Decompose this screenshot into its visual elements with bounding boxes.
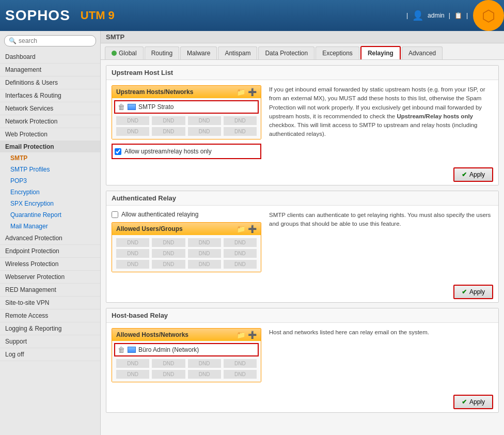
dnd-cell-2: DND — [152, 116, 185, 125]
sidebar-item-dashboard[interactable]: Dashboard — [0, 51, 100, 64]
delete-buro-admin[interactable]: 🗑 — [118, 346, 125, 354]
sidebar-item-web-protection[interactable]: Web Protection — [0, 128, 100, 141]
apply-check-icon2: ✔ — [462, 288, 467, 296]
host-dnd-row-2: DND DND DND DND — [114, 369, 259, 380]
tab-global-label: Global — [119, 50, 137, 57]
tab-malware[interactable]: Malware — [180, 46, 217, 59]
sidebar-item-logging-reporting[interactable]: Logging & Reporting — [0, 322, 100, 335]
auth-relay-body: Allow authenticated relaying Allowed Use… — [106, 206, 498, 282]
smtp-strato-label: SMTP Strato — [138, 103, 174, 111]
tab-data-protection[interactable]: Data Protection — [258, 46, 314, 59]
auth-dnd-11: DND — [188, 260, 221, 269]
sidebar: 🔍 Dashboard Management Definitions & Use… — [0, 31, 101, 435]
allowed-hosts-body: 🗑 Büro Admin (Network) DND DND DND DND — [112, 341, 261, 382]
sidebar-item-pop3[interactable]: POP3 — [0, 175, 100, 187]
sidebar-item-site-to-site-vpn[interactable]: Site-to-site VPN — [0, 297, 100, 309]
tab-routing[interactable]: Routing — [145, 46, 179, 59]
sidebar-item-spx-encryption[interactable]: SPX Encryption — [0, 198, 100, 209]
sidebar-item-webserver-protection[interactable]: Webserver Protection — [0, 271, 100, 284]
tabs-bar: Global Routing Malware Antispam Data Pro… — [101, 43, 504, 60]
auth-relay-apply-label: Apply — [469, 288, 485, 296]
sidebar-item-endpoint-protection[interactable]: Endpoint Protection — [0, 245, 100, 258]
search-box[interactable]: 🔍 — [4, 35, 96, 46]
separator3: | — [466, 12, 468, 19]
auth-dnd-row-1: DND DND DND DND — [114, 237, 259, 248]
delete-smtp-strato[interactable]: 🗑 — [118, 103, 125, 111]
buro-admin-label: Büro Admin (Network) — [138, 346, 199, 353]
folder-icon[interactable]: 📁 — [237, 88, 245, 96]
sidebar-item-red-management[interactable]: RED Management — [0, 284, 100, 297]
host-relay-right-panel: Host and networks listed here can relay … — [269, 328, 493, 386]
sidebar-item-mail-manager[interactable]: Mail Manager — [0, 221, 100, 232]
upstream-apply-button[interactable]: ✔ Apply — [453, 167, 493, 182]
sidebar-item-advanced-protection[interactable]: Advanced Protection — [0, 232, 100, 245]
sidebar-item-smtp[interactable]: SMTP — [0, 152, 100, 164]
host-dnd-5: DND — [116, 370, 149, 379]
host-relay-apply-label: Apply — [469, 398, 485, 406]
folder-icon3[interactable]: 📁 — [237, 331, 245, 339]
upstream-hosts-title: Upstream Hosts/Networks — [116, 88, 193, 96]
allow-auth-relay-checkbox[interactable] — [112, 211, 118, 218]
search-icon: 🔍 — [9, 37, 17, 44]
sophos-logo: SOPHOS — [5, 7, 70, 24]
smtp-strato-icon — [128, 104, 136, 110]
tab-relaying[interactable]: Relaying — [360, 46, 401, 59]
smtp-strato-item: 🗑 SMTP Strato — [114, 100, 259, 114]
dnd-cell-1: DND — [116, 116, 149, 125]
utm-label: UTM 9 — [81, 9, 115, 22]
sidebar-item-wireless-protection[interactable]: Wireless Protection — [0, 258, 100, 271]
tab-antispam[interactable]: Antispam — [218, 46, 257, 59]
upstream-apply-row: ✔ Apply — [106, 164, 498, 185]
tab-global[interactable]: Global — [105, 46, 144, 59]
auth-dnd-12: DND — [224, 260, 257, 269]
allowed-hosts-icons: 📁 ➕ — [237, 331, 257, 339]
sidebar-item-remote-access[interactable]: Remote Access — [0, 309, 100, 322]
upstream-right-panel: If you get inbound email forwarded by st… — [269, 85, 493, 159]
add-icon2[interactable]: ➕ — [248, 225, 257, 233]
sidebar-item-definitions-users[interactable]: Definitions & Users — [0, 76, 100, 89]
sidebar-item-interfaces-routing[interactable]: Interfaces & Routing — [0, 89, 100, 102]
upstream-apply-label: Apply — [469, 171, 485, 178]
host-dnd-3: DND — [188, 359, 221, 368]
sidebar-item-management[interactable]: Management — [0, 64, 100, 76]
header: SOPHOS UTM 9 | 👤 admin | 📋 | ❓ ↻ ⚙ — [0, 0, 504, 31]
search-input[interactable] — [19, 37, 91, 44]
host-dnd-4: DND — [224, 359, 257, 368]
tab-advanced[interactable]: Advanced — [402, 46, 443, 59]
auth-dnd-7: DND — [188, 249, 221, 258]
host-relay-apply-button[interactable]: ✔ Apply — [453, 395, 493, 409]
sidebar-item-support[interactable]: Support — [0, 335, 100, 348]
dnd-cell-4: DND — [224, 116, 257, 125]
sidebar-item-network-services[interactable]: Network Services — [0, 102, 100, 115]
buro-admin-item: 🗑 Büro Admin (Network) — [114, 343, 259, 356]
sidebar-item-smtp-profiles[interactable]: SMTP Profiles — [0, 164, 100, 175]
add-icon3[interactable]: ➕ — [248, 331, 257, 339]
allowed-users-header: Allowed Users/Groups 📁 ➕ — [112, 223, 261, 235]
upstream-host-list-section: Upstream Host List Upstream Hosts/Networ… — [106, 65, 499, 185]
apply-check-icon3: ✔ — [462, 398, 467, 406]
allow-upstream-checkbox[interactable] — [115, 148, 121, 155]
upstream-hosts-box: Upstream Hosts/Networks 📁 ➕ 🗑 — [112, 85, 261, 139]
folder-icon2[interactable]: 📁 — [237, 225, 245, 233]
separator2: | — [449, 12, 450, 19]
separator1: | — [406, 12, 408, 19]
clipboard-icon[interactable]: 📋 — [454, 12, 462, 19]
sidebar-item-network-protection[interactable]: Network Protection — [0, 115, 100, 128]
host-relay-header: Host-based Relay — [106, 308, 498, 323]
add-icon[interactable]: ➕ — [248, 88, 257, 96]
auth-dnd-5: DND — [116, 249, 149, 258]
host-dnd-8: DND — [224, 370, 257, 379]
upstream-info-text2: checkbox. This will limit access to SMTP… — [269, 122, 478, 137]
sidebar-item-encryption[interactable]: Encryption — [0, 187, 100, 198]
auth-relay-header: Authenticated Relay — [106, 191, 498, 206]
host-dnd-1: DND — [116, 359, 149, 368]
sidebar-item-quarantine-report[interactable]: Quarantine Report — [0, 209, 100, 221]
auth-relay-apply-button[interactable]: ✔ Apply — [453, 285, 493, 299]
allowed-hosts-title: Allowed Hosts/Networks — [116, 331, 188, 338]
sidebar-item-log-off[interactable]: Log off — [0, 348, 100, 361]
host-based-relay-section: Host-based Relay Allowed Hosts/Networks … — [106, 308, 499, 413]
tab-exceptions[interactable]: Exceptions — [316, 46, 359, 59]
email-protection-section: Email Protection — [0, 141, 100, 152]
header-right: | 👤 admin | 📋 | ❓ ↻ ⚙ — [406, 10, 499, 21]
sidebar-nav: Dashboard Management Definitions & Users… — [0, 51, 100, 435]
